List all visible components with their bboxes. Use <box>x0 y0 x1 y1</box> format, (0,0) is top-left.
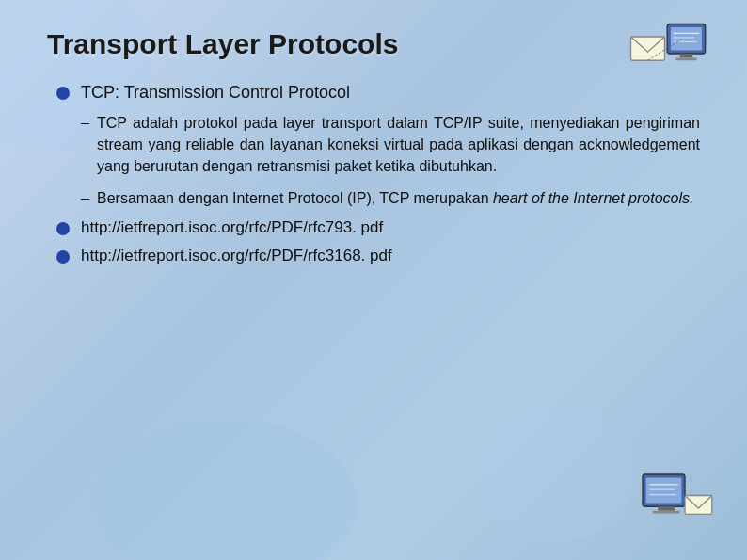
svg-rect-2 <box>671 27 702 50</box>
svg-rect-11 <box>658 506 675 511</box>
top-computer-icon <box>627 11 711 77</box>
svg-rect-16 <box>685 496 712 515</box>
bullet-dot-rfc3168 <box>56 250 70 264</box>
bottom-computer-icon <box>634 466 719 532</box>
bullet-tcp: TCP: Transmission Control Protocol <box>56 83 700 103</box>
bullet-rfc3168: http://ietfreport.isoc.org/rfc/PDF/rfc31… <box>56 247 700 265</box>
svg-rect-4 <box>675 58 697 61</box>
bullet-rfc793: http://ietfreport.isoc.org/rfc/PDF/rfc79… <box>56 218 700 237</box>
sub-text-tcp-desc: TCP adalah protokol pada layer transport… <box>97 112 700 178</box>
svg-rect-0 <box>631 37 665 60</box>
slide-container: Transport Layer Protocols <box>0 0 747 560</box>
bullet-tcp-label: TCP: Transmission Control Protocol <box>81 83 350 103</box>
sub-dash-2: – <box>81 188 89 208</box>
sub-bullet-tcp-desc: – TCP adalah protokol pada layer transpo… <box>81 112 700 178</box>
sub-bullets: – TCP adalah protokol pada layer transpo… <box>81 112 700 209</box>
slide-title: Transport Layer Protocols <box>47 28 398 60</box>
sub-dash-1: – <box>81 113 89 133</box>
svg-rect-10 <box>646 478 682 504</box>
bullet-dot-rfc793 <box>56 222 70 235</box>
sub-text-tcp-ip-prefix: Bersamaan dengan Internet Protocol (IP),… <box>97 190 493 206</box>
sub-text-tcp-ip: Bersamaan dengan Internet Protocol (IP),… <box>97 187 693 209</box>
bullet-rfc793-label: http://ietfreport.isoc.org/rfc/PDF/rfc79… <box>81 218 383 237</box>
content-area: TCP: Transmission Control Protocol – TCP… <box>47 83 700 265</box>
sub-text-tcp-ip-italic: heart of the Internet protocols. <box>493 190 693 206</box>
svg-rect-3 <box>680 54 693 58</box>
bullet-dot-tcp <box>56 87 70 100</box>
title-area: Transport Layer Protocols <box>47 28 700 60</box>
sub-bullet-tcp-ip: – Bersamaan dengan Internet Protocol (IP… <box>81 187 700 209</box>
bullet-rfc3168-label: http://ietfreport.isoc.org/rfc/PDF/rfc31… <box>81 247 392 265</box>
svg-rect-12 <box>653 511 680 514</box>
